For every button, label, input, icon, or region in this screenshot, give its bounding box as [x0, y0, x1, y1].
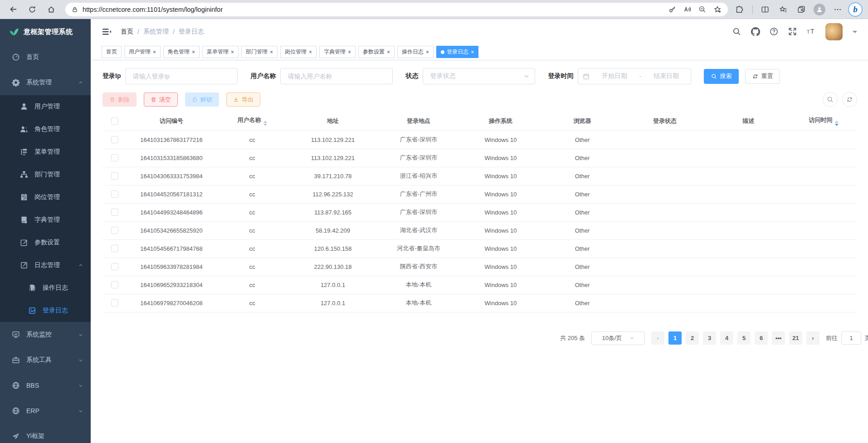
more-menu-icon[interactable]: [830, 2, 845, 17]
column-header-访问时间[interactable]: 访问时间: [790, 112, 857, 131]
row-checkbox[interactable]: [111, 263, 118, 270]
github-icon[interactable]: [751, 27, 760, 36]
collections-icon[interactable]: [794, 2, 809, 17]
close-tab-icon[interactable]: ×: [192, 49, 195, 55]
sidebar-item-operation-log[interactable]: 操作日志: [0, 277, 91, 299]
close-tab-icon[interactable]: ×: [387, 49, 390, 55]
date-range-picker[interactable]: 开始日期 - 结束日期: [578, 68, 691, 84]
refresh-icon[interactable]: [24, 2, 40, 17]
sidebar-item-system-mgmt[interactable]: 系统管理: [0, 70, 91, 95]
split-screen-icon[interactable]: [757, 2, 773, 17]
tab-部门管理[interactable]: 部门管理×: [241, 46, 278, 58]
breadcrumb-system[interactable]: 系统管理: [143, 28, 169, 36]
site-lock-icon[interactable]: [72, 6, 78, 13]
row-checkbox[interactable]: [111, 209, 118, 216]
add-favorite-icon[interactable]: [713, 5, 722, 14]
home-icon[interactable]: [44, 2, 59, 17]
help-icon[interactable]: [770, 27, 778, 36]
search-icon[interactable]: [732, 27, 741, 36]
row-checkbox[interactable]: [111, 299, 118, 307]
page-button-3[interactable]: 3: [703, 331, 716, 345]
sidebar-item-role-mgmt[interactable]: 角色管理: [0, 118, 91, 141]
more-pages-button[interactable]: •••: [772, 331, 785, 345]
sidebar-item-log-mgmt[interactable]: 日志管理: [0, 254, 91, 277]
username-input[interactable]: [280, 68, 393, 84]
next-page-button[interactable]: ›: [806, 331, 819, 345]
sidebar-item-user-mgmt[interactable]: 用户管理: [0, 95, 91, 118]
page-button-1[interactable]: 1: [668, 331, 682, 345]
browser-profile-icon[interactable]: [812, 2, 827, 17]
row-checkbox[interactable]: [111, 154, 118, 161]
prev-page-button[interactable]: ‹: [651, 331, 664, 345]
avatar-caret-down-icon[interactable]: [853, 31, 857, 35]
sidebar-item-login-log[interactable]: 登录日志: [0, 299, 91, 322]
zoom-out-icon[interactable]: [698, 5, 706, 13]
close-tab-icon[interactable]: ×: [270, 49, 273, 55]
sidebar-item-post-mgmt[interactable]: 岗位管理: [0, 186, 91, 209]
extensions-icon[interactable]: [731, 2, 747, 17]
search-button[interactable]: 搜索: [704, 69, 739, 84]
login-ip-input[interactable]: [125, 68, 238, 84]
tab-菜单管理[interactable]: 菜单管理×: [202, 46, 239, 58]
row-checkbox[interactable]: [111, 281, 118, 288]
sidebar-item-yi-framework[interactable]: Yi框架: [0, 424, 91, 443]
page-button-5[interactable]: 5: [737, 331, 751, 345]
close-tab-icon[interactable]: ×: [231, 49, 234, 55]
sort-caret-icon[interactable]: [263, 121, 267, 126]
tab-登录日志[interactable]: 登录日志×: [436, 46, 478, 58]
sidebar-item-home[interactable]: 首页: [0, 44, 91, 70]
row-checkbox[interactable]: [111, 245, 118, 252]
delete-button[interactable]: 删除: [102, 92, 137, 107]
unlock-button[interactable]: 解锁: [185, 92, 219, 107]
clear-button[interactable]: 清空: [144, 92, 178, 107]
row-checkbox[interactable]: [111, 136, 118, 143]
close-tab-icon[interactable]: ×: [471, 49, 474, 55]
read-aloud-icon[interactable]: [683, 5, 691, 13]
user-avatar[interactable]: [825, 23, 843, 40]
row-checkbox[interactable]: [111, 172, 118, 180]
sidebar-item-menu-mgmt[interactable]: 菜单管理: [0, 141, 91, 163]
breadcrumb-home[interactable]: 首页: [121, 28, 133, 36]
sidebar-item-erp[interactable]: ERP: [0, 398, 91, 424]
sidebar-item-bbs[interactable]: BBS: [0, 373, 91, 398]
toggle-search-button[interactable]: [823, 92, 838, 107]
page-button-6[interactable]: 6: [755, 331, 768, 345]
favorites-bar-icon[interactable]: [775, 2, 791, 17]
export-button[interactable]: 导出: [226, 92, 260, 107]
select-all-checkbox[interactable]: [111, 117, 118, 125]
sidebar-collapse-icon[interactable]: [102, 27, 112, 37]
page-size-select[interactable]: 10条/页: [591, 331, 645, 345]
tab-首页[interactable]: 首页: [102, 46, 122, 58]
goto-page-input[interactable]: [841, 331, 861, 345]
refresh-table-button[interactable]: [842, 92, 857, 107]
tab-操作日志[interactable]: 操作日志×: [397, 46, 434, 58]
sort-caret-icon[interactable]: [835, 121, 839, 126]
close-tab-icon[interactable]: ×: [426, 49, 429, 55]
reset-button[interactable]: 重置: [745, 69, 780, 84]
tab-字典管理[interactable]: 字典管理×: [319, 46, 356, 58]
row-checkbox[interactable]: [111, 190, 118, 198]
status-select[interactable]: 登录状态: [423, 68, 535, 84]
close-tab-icon[interactable]: ×: [348, 49, 351, 55]
column-header-用户名称[interactable]: 用户名称: [216, 112, 288, 131]
sidebar-item-system-tools[interactable]: 系统工具: [0, 347, 91, 373]
close-tab-icon[interactable]: ×: [309, 49, 312, 55]
tab-参数设置[interactable]: 参数设置×: [358, 46, 395, 58]
sidebar-item-dept-mgmt[interactable]: 部门管理: [0, 163, 91, 186]
url-bar[interactable]: https://ccnetcore.com:1101/system/log/lo…: [65, 3, 728, 16]
app-logo[interactable]: 意框架管理系统: [0, 19, 91, 44]
password-key-icon[interactable]: [668, 5, 676, 13]
fullscreen-icon[interactable]: [788, 27, 797, 36]
font-size-icon[interactable]: TT: [807, 27, 815, 36]
tab-角色管理[interactable]: 角色管理×: [163, 46, 200, 58]
tab-用户管理[interactable]: 用户管理×: [124, 46, 161, 58]
url-text[interactable]: https://ccnetcore.com:1101/system/log/lo…: [83, 6, 223, 13]
sidebar-item-dict-mgmt[interactable]: 字典管理: [0, 209, 91, 231]
close-tab-icon[interactable]: ×: [153, 49, 156, 55]
page-button-4[interactable]: 4: [720, 331, 733, 345]
sidebar-item-param-settings[interactable]: 参数设置: [0, 231, 91, 254]
row-checkbox[interactable]: [111, 227, 118, 234]
back-icon[interactable]: [5, 2, 21, 17]
bing-chat-icon[interactable]: b: [848, 2, 863, 17]
sidebar-item-system-monitor[interactable]: 系统监控: [0, 322, 91, 347]
